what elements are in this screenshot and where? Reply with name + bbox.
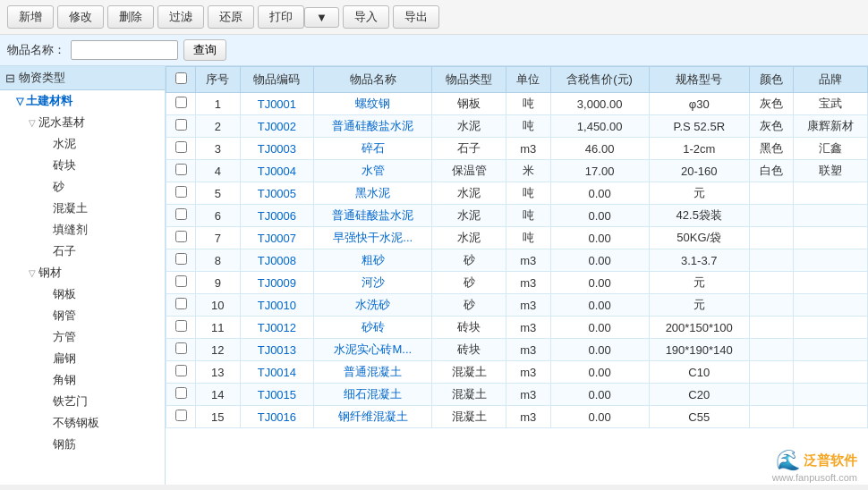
row-name[interactable]: 碎石 (314, 138, 432, 160)
select-all-checkbox[interactable] (175, 72, 187, 84)
sidebar-item-stainless[interactable]: 不锈钢板 (0, 412, 165, 434)
sidebar-item-steel[interactable]: ▽钢材 (0, 262, 165, 283)
print-button[interactable]: 打印 (258, 5, 304, 29)
row-spec: C10 (649, 361, 749, 384)
row-checkbox[interactable] (175, 275, 187, 287)
col-header-1: 序号 (196, 67, 241, 93)
sidebar-item-cement[interactable]: 水泥 (0, 133, 165, 155)
search-input[interactable] (71, 40, 178, 60)
row-code[interactable]: TJ0015 (240, 384, 314, 406)
row-checkbox[interactable] (175, 320, 187, 332)
row-unit: m3 (506, 361, 550, 384)
row-price: 0.00 (550, 205, 649, 227)
row-name[interactable]: 普通硅酸盐水泥 (314, 205, 432, 227)
row-checkbox[interactable] (175, 298, 187, 309)
table-row: 9TJ0009河沙砂m30.00元 (166, 272, 868, 294)
col-header-9: 品牌 (794, 67, 868, 93)
restore-button[interactable]: 还原 (208, 5, 254, 29)
row-code[interactable]: TJ0005 (240, 182, 314, 205)
row-name[interactable]: 早强快干水泥... (314, 227, 432, 249)
sidebar-item-rebar[interactable]: 钢筋 (0, 434, 165, 455)
sidebar-header: ⊟ 物资类型 (0, 66, 165, 90)
col-header-7: 规格型号 (649, 67, 749, 93)
row-name[interactable]: 水管 (314, 160, 432, 182)
row-checkbox[interactable] (175, 231, 187, 242)
row-checkbox[interactable] (175, 186, 187, 198)
row-color (749, 272, 794, 294)
sidebar-item-concrete[interactable]: 混凝土 (0, 198, 165, 219)
sidebar-item-flat_steel[interactable]: 扁钢 (0, 348, 165, 369)
row-spec: 20-160 (649, 160, 749, 182)
row-checkbox[interactable] (175, 97, 187, 108)
sidebar-item-civil[interactable]: ▽土建材料 (0, 90, 165, 112)
sidebar-item-cement_base[interactable]: ▽泥水基材 (0, 112, 165, 133)
row-name[interactable]: 普通混凝土 (314, 361, 432, 384)
collapse-icon[interactable]: ⊟ (5, 72, 15, 85)
sidebar-item-label: 钢筋 (53, 436, 76, 452)
sidebar-item-iron_door[interactable]: 铁艺门 (0, 391, 165, 412)
sidebar-item-filler[interactable]: 填缝剂 (0, 219, 165, 241)
row-name[interactable]: 水泥实心砖M... (314, 339, 432, 361)
row-code[interactable]: TJ0014 (240, 361, 314, 384)
row-code[interactable]: TJ0001 (240, 93, 314, 115)
export-button[interactable]: 导出 (393, 5, 439, 29)
row-name[interactable]: 水洗砂 (314, 294, 432, 317)
sidebar-item-brick[interactable]: 砖块 (0, 155, 165, 176)
edit-button[interactable]: 修改 (57, 5, 104, 29)
row-name[interactable]: 黑水泥 (314, 182, 432, 205)
row-code[interactable]: TJ0007 (240, 227, 314, 249)
row-name[interactable]: 普通硅酸盐水泥 (314, 115, 432, 138)
import-button[interactable]: 导入 (343, 5, 389, 29)
row-name[interactable]: 细石混凝土 (314, 384, 432, 406)
row-name[interactable]: 钢纤维混凝土 (314, 406, 432, 428)
row-checkbox[interactable] (175, 342, 187, 354)
row-name[interactable]: 螺纹钢 (314, 93, 432, 115)
row-code[interactable]: TJ0010 (240, 294, 314, 317)
row-code[interactable]: TJ0013 (240, 339, 314, 361)
row-checkbox-cell (166, 115, 196, 138)
row-checkbox[interactable] (175, 119, 187, 131)
row-color (749, 205, 794, 227)
row-checkbox[interactable] (175, 410, 187, 421)
row-code[interactable]: TJ0006 (240, 205, 314, 227)
row-name[interactable]: 粗砂 (314, 249, 432, 272)
row-name[interactable]: 河沙 (314, 272, 432, 294)
row-checkbox[interactable] (175, 164, 187, 175)
sidebar-item-steel_pipe[interactable]: 钢管 (0, 305, 165, 326)
add-button[interactable]: 新增 (7, 5, 54, 29)
sidebar-item-steel_plate[interactable]: 钢板 (0, 283, 165, 305)
row-code[interactable]: TJ0004 (240, 160, 314, 182)
print-group: 打印 ▼ (258, 5, 339, 29)
row-code[interactable]: TJ0012 (240, 317, 314, 339)
row-code[interactable]: TJ0003 (240, 138, 314, 160)
row-code[interactable]: TJ0009 (240, 272, 314, 294)
row-checkbox[interactable] (175, 365, 187, 376)
row-checkbox-cell (166, 227, 196, 249)
row-checkbox[interactable] (175, 387, 187, 399)
row-name[interactable]: 砂砖 (314, 317, 432, 339)
filter-button[interactable]: 过滤 (157, 5, 204, 29)
delete-button[interactable]: 删除 (107, 5, 154, 29)
row-checkbox-cell (166, 317, 196, 339)
row-brand: 汇鑫 (794, 138, 868, 160)
row-color: 灰色 (749, 93, 794, 115)
row-seq: 9 (196, 272, 241, 294)
row-seq: 13 (196, 361, 241, 384)
row-code[interactable]: TJ0002 (240, 115, 314, 138)
print-dropdown-button[interactable]: ▼ (304, 7, 339, 28)
search-button[interactable]: 查询 (183, 39, 226, 61)
row-checkbox[interactable] (175, 208, 187, 220)
row-code[interactable]: TJ0008 (240, 249, 314, 272)
sidebar-item-sand[interactable]: 砂 (0, 176, 165, 198)
row-checkbox[interactable] (175, 141, 187, 153)
row-price: 0.00 (550, 339, 649, 361)
row-checkbox[interactable] (175, 253, 187, 265)
row-brand: 宝武 (794, 93, 868, 115)
row-code[interactable]: TJ0016 (240, 406, 314, 428)
row-type: 石子 (432, 138, 506, 160)
sidebar-item-stone[interactable]: 石子 (0, 241, 165, 262)
sidebar-item-angle_steel[interactable]: 角钢 (0, 369, 165, 391)
sidebar-item-square_tube[interactable]: 方管 (0, 326, 165, 348)
row-brand (794, 294, 868, 317)
row-type: 混凝土 (432, 406, 506, 428)
